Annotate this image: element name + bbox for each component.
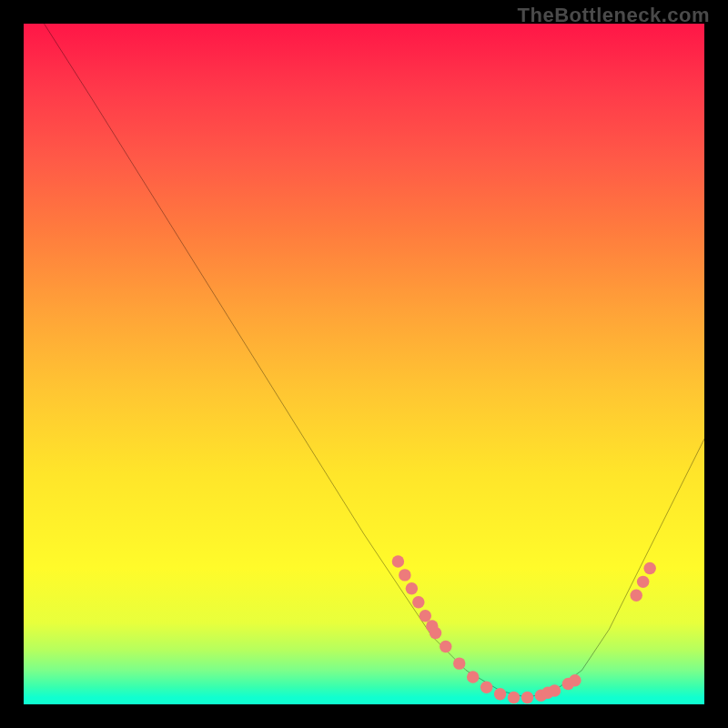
watermark-text: TheBottleneck.com (518, 4, 710, 27)
marker-dot (406, 582, 418, 594)
marker-dot (508, 692, 520, 703)
marker-dot (392, 555, 404, 567)
marker-dot (569, 674, 581, 686)
marker-dot (549, 684, 561, 696)
marker-dot (399, 569, 410, 581)
marker-dot (420, 610, 431, 622)
plot-area (24, 24, 704, 704)
marker-dot (467, 671, 479, 682)
marker-dot (453, 657, 465, 669)
marker-dot (412, 596, 424, 608)
marker-dot (430, 627, 441, 639)
marker-dot (637, 576, 649, 588)
curve-markers (392, 555, 656, 703)
marker-dot (630, 590, 642, 602)
marker-dot (480, 682, 492, 693)
marker-dot (494, 688, 506, 700)
marker-dot (521, 692, 533, 703)
curve-path (44, 24, 704, 698)
marker-dot (440, 641, 451, 652)
chart-svg (24, 24, 704, 704)
marker-dot (643, 562, 655, 574)
chart-frame: TheBottleneck.com (0, 0, 728, 728)
